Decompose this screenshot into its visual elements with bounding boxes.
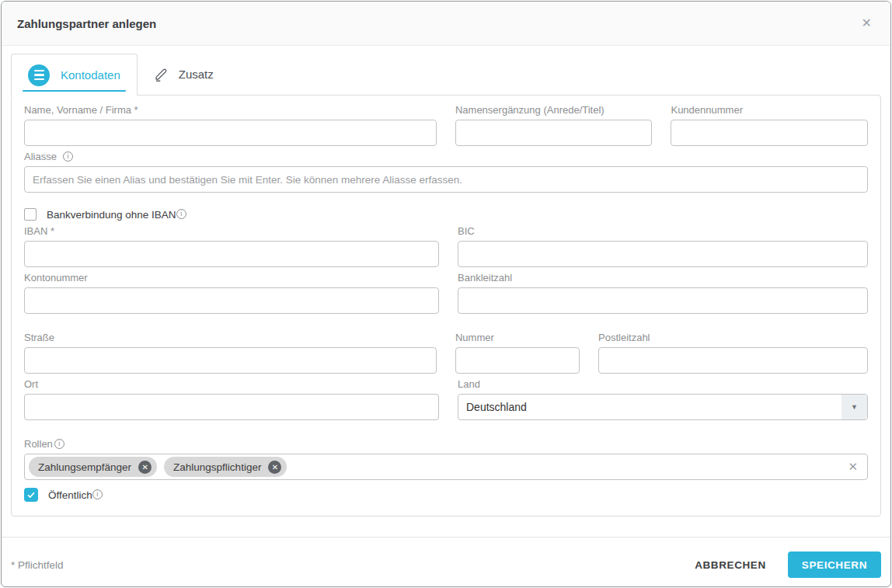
name-label: Name, Vorname / Firma * — [24, 105, 437, 116]
account-number-input[interactable] — [24, 287, 439, 314]
bank-code-input[interactable] — [458, 287, 868, 314]
save-button[interactable]: SPEICHERN — [788, 551, 881, 578]
bic-label: BIC — [458, 226, 868, 237]
customer-number-input[interactable] — [671, 120, 868, 146]
country-label: Land — [458, 379, 868, 390]
tab-label: Zusatz — [179, 68, 214, 81]
iban-input[interactable] — [24, 241, 439, 267]
name-input[interactable] — [24, 120, 437, 146]
public-label: Öffentlich i — [48, 489, 103, 501]
chip-remove-icon[interactable]: ✕ — [268, 461, 281, 474]
aliasse-label: Aliasse i — [24, 151, 868, 162]
aliasse-label-text: Aliasse — [24, 151, 57, 162]
roles-label-text: Rollen — [24, 439, 53, 450]
account-number-label: Kontonummer — [24, 273, 439, 284]
clear-roles-icon[interactable]: ✕ — [848, 460, 858, 474]
name-suffix-label: Namensergänzung (Anrede/Titel) — [455, 105, 653, 116]
postal-code-input[interactable] — [598, 347, 868, 374]
row-public: Öffentlich i — [24, 488, 868, 502]
cancel-button[interactable]: ABBRECHEN — [682, 551, 779, 579]
house-number-label: Nummer — [455, 332, 580, 343]
no-iban-checkbox[interactable] — [24, 208, 37, 221]
country-select-value: Deutschland — [458, 401, 841, 413]
footer-actions: ABBRECHEN SPEICHERN — [682, 551, 881, 579]
row-no-iban: Bankverbindung ohne IBAN i — [24, 208, 868, 221]
chip-remove-icon[interactable]: ✕ — [138, 461, 152, 474]
postal-code-label: Postleitzahl — [598, 332, 868, 343]
info-icon[interactable]: i — [176, 209, 186, 219]
info-icon[interactable]: i — [92, 489, 103, 499]
no-iban-label: Bankverbindung ohne IBAN i — [47, 209, 186, 221]
dialog-header: Zahlungspartner anlegen ✕ — [2, 2, 890, 46]
row-name: Name, Vorname / Firma * Namensergänzung … — [24, 96, 868, 146]
bank-code-label: Bankleitzahl — [458, 273, 868, 284]
dialog-footer: * Pflichtfeld ABBRECHEN SPEICHERN — [2, 538, 890, 587]
info-icon[interactable]: i — [63, 151, 73, 162]
close-icon[interactable]: ✕ — [859, 14, 875, 33]
tab-bar: Kontodaten Zusatz — [11, 54, 881, 95]
dialog-title: Zahlungspartner anlegen — [17, 17, 156, 30]
info-icon[interactable]: i — [54, 439, 64, 449]
form-panel: Name, Vorname / Firma * Namensergänzung … — [11, 95, 881, 517]
tab-label: Kontodaten — [61, 68, 120, 82]
pencil-icon — [154, 68, 168, 82]
list-icon — [28, 64, 50, 86]
street-input[interactable] — [24, 347, 437, 374]
city-label: Ort — [24, 379, 439, 390]
no-iban-label-text: Bankverbindung ohne IBAN — [47, 209, 176, 221]
field-aliasse: Aliasse i — [24, 146, 868, 193]
country-select[interactable]: Deutschland ▼ — [458, 394, 868, 420]
name-suffix-input[interactable] — [455, 120, 653, 146]
chevron-down-icon: ▼ — [841, 395, 867, 419]
role-chip: Zahlungsempfänger ✕ — [29, 457, 157, 477]
roles-input[interactable]: Zahlungsempfänger ✕ Zahlungspflichtiger … — [24, 454, 868, 480]
required-field-note: * Pflichtfeld — [11, 559, 64, 571]
check-icon — [26, 490, 36, 499]
active-tab-underline — [23, 90, 126, 92]
dialog-zahlungspartner-anlegen: Zahlungspartner anlegen ✕ Kontodaten Zus… — [1, 1, 891, 587]
bic-input[interactable] — [458, 241, 868, 267]
field-rollen: Rollen i Zahlungsempfänger ✕ Zahlungspfl… — [24, 420, 868, 480]
row-iban-bic: IBAN * BIC — [24, 221, 868, 267]
house-number-input[interactable] — [455, 347, 580, 374]
street-label: Straße — [24, 332, 437, 343]
roles-label: Rollen i — [24, 439, 868, 450]
public-checkbox[interactable] — [24, 488, 38, 502]
dialog-body: Kontodaten Zusatz Name, Vorname / Firma … — [2, 46, 890, 517]
role-chip: Zahlungspflichtiger ✕ — [164, 457, 287, 477]
row-konto-blz: Kontonummer Bankleitzahl — [24, 267, 868, 314]
role-chip-label: Zahlungsempfänger — [38, 461, 131, 473]
aliasse-input[interactable] — [24, 166, 868, 193]
city-input[interactable] — [24, 394, 439, 420]
role-chip-label: Zahlungspflichtiger — [173, 461, 261, 473]
row-street: Straße Nummer Postleitzahl — [24, 314, 868, 374]
public-label-text: Öffentlich — [48, 489, 92, 501]
customer-number-label: Kundennummer — [671, 105, 868, 116]
tab-zusatz[interactable]: Zusatz — [138, 54, 230, 95]
row-city-country: Ort Land Deutschland ▼ — [24, 374, 868, 420]
iban-label: IBAN * — [24, 226, 439, 237]
tab-kontodaten[interactable]: Kontodaten — [11, 54, 138, 96]
